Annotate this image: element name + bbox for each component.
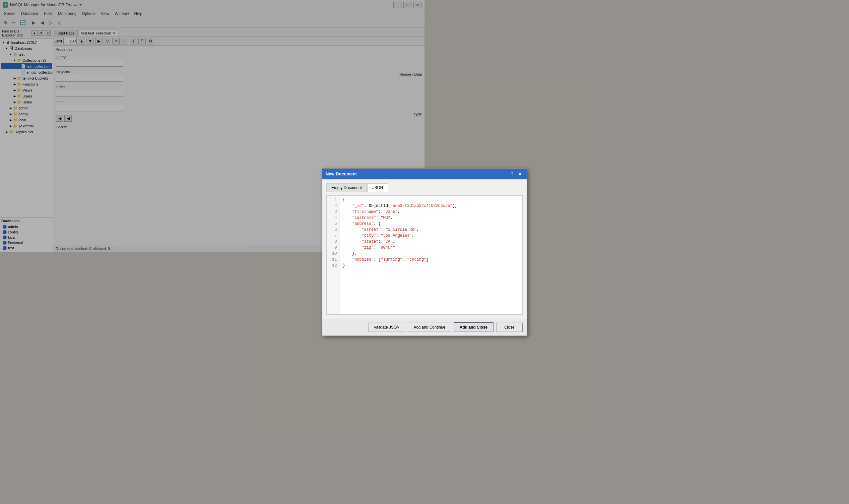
tab-json[interactable]: JSON: [367, 183, 388, 192]
tab-empty-document[interactable]: Empty Document: [326, 183, 367, 192]
modal-tabs: Empty Document JSON: [326, 183, 424, 192]
modal-overlay: New Document ? ✕ Empty Document JSON: [0, 0, 424, 252]
json-code-content[interactable]: { "_id": ObjectId("5de3cf3d1ab22c41682c6…: [340, 196, 424, 252]
tab-json-label: JSON: [373, 185, 383, 190]
new-document-dialog: New Document ? ✕ Empty Document JSON: [322, 168, 424, 252]
line-numbers: 1 2 3 4 5 6 7 8 9 10 11 12: [327, 196, 340, 252]
modal-titlebar: New Document ? ✕: [322, 169, 424, 179]
code-editor[interactable]: 1 2 3 4 5 6 7 8 9 10 11 12 { "_id": Obje…: [326, 195, 424, 252]
modal-title: New Document: [326, 172, 357, 176]
modal-body: Empty Document JSON 1 2 3 4 5 6 7 8: [322, 179, 424, 252]
tab-empty-doc-label: Empty Document: [331, 185, 362, 190]
